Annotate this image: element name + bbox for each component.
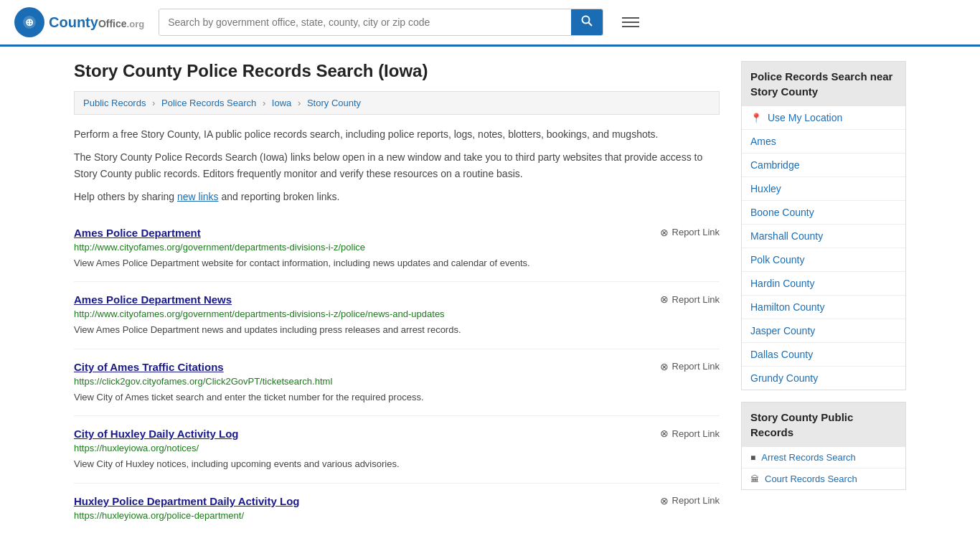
report-icon: ⊗: [660, 361, 669, 372]
breadcrumb: Public Records › Police Records Search ›…: [74, 91, 720, 115]
report-icon: ⊗: [660, 293, 669, 305]
county-link[interactable]: Hamilton County: [750, 301, 825, 313]
sidebar-county-hardin[interactable]: Hardin County: [742, 272, 905, 296]
sidebar-county-polk[interactable]: Polk County: [742, 248, 905, 272]
sidebar-county-jasper[interactable]: Jasper County: [742, 319, 905, 343]
city-link[interactable]: Ames: [750, 136, 776, 147]
result-desc: View Ames Police Department news and upd…: [74, 323, 720, 337]
report-link[interactable]: ⊗ Report Link: [660, 495, 720, 507]
report-link[interactable]: ⊗ Report Link: [660, 428, 720, 439]
hamburger-icon: [622, 22, 639, 23]
report-icon: ⊗: [660, 227, 669, 238]
result-title[interactable]: City of Huxley Daily Activity Log: [74, 428, 239, 440]
court-records-link[interactable]: Court Records Search: [765, 474, 857, 484]
sidebar-county-marshall[interactable]: Marshall County: [742, 225, 905, 248]
result-title[interactable]: Ames Police Department News: [74, 293, 232, 306]
results-list: Ames Police Department ⊗ Report Link htt…: [74, 215, 720, 536]
hamburger-icon: [622, 26, 639, 27]
location-icon: 📍: [750, 113, 762, 123]
result-item: City of Huxley Daily Activity Log ⊗ Repo…: [74, 416, 720, 484]
breadcrumb-iowa[interactable]: Iowa: [272, 98, 291, 108]
sidebar-city-ames[interactable]: Ames: [742, 130, 905, 154]
search-bar: [159, 9, 603, 36]
use-my-location-link[interactable]: Use My Location: [768, 112, 842, 123]
city-link[interactable]: Huxley: [750, 183, 781, 194]
description-para2: The Story County Police Records Search (…: [74, 149, 720, 182]
report-link[interactable]: ⊗ Report Link: [660, 227, 720, 238]
county-link[interactable]: Dallas County: [750, 349, 813, 360]
sidebar: Police Records Search near Story County …: [741, 61, 906, 536]
county-link[interactable]: Jasper County: [750, 325, 815, 336]
result-desc: View Ames Police Department website for …: [74, 256, 720, 270]
description-para3: Help others by sharing new links and rep…: [74, 189, 720, 204]
breadcrumb-police-records[interactable]: Police Records Search: [161, 98, 256, 108]
sidebar-city-huxley[interactable]: Huxley: [742, 177, 905, 201]
hamburger-icon: [622, 17, 639, 19]
menu-button[interactable]: [618, 13, 644, 32]
result-title[interactable]: Ames Police Department: [74, 227, 201, 239]
result-item: Ames Police Department ⊗ Report Link htt…: [74, 215, 720, 283]
report-icon: ⊗: [660, 428, 669, 439]
result-title[interactable]: City of Ames Traffic Citations: [74, 361, 224, 373]
page-title: Story County Police Records Search (Iowa…: [74, 61, 720, 81]
svg-text:⊕: ⊕: [25, 17, 34, 28]
county-link[interactable]: Grundy County: [750, 372, 818, 384]
sidebar-city-cambridge[interactable]: Cambridge: [742, 154, 905, 177]
result-title[interactable]: Huxley Police Department Daily Activity …: [74, 495, 300, 507]
report-link[interactable]: ⊗ Report Link: [660, 361, 720, 372]
result-url[interactable]: http://www.cityofames.org/government/dep…: [74, 309, 720, 319]
county-link[interactable]: Hardin County: [750, 278, 815, 289]
new-links[interactable]: new links: [177, 191, 219, 202]
result-url[interactable]: https://click2gov.cityofames.org/Click2G…: [74, 376, 720, 387]
result-desc: View City of Huxley notices, including u…: [74, 457, 720, 471]
sidebar-county-boone[interactable]: Boone County: [742, 201, 905, 225]
county-link[interactable]: Boone County: [750, 207, 814, 218]
result-url[interactable]: https://huxleyiowa.org/police-department…: [74, 510, 720, 521]
breadcrumb-story-county[interactable]: Story County: [307, 98, 361, 108]
sidebar-use-location[interactable]: 📍 Use My Location: [742, 106, 905, 130]
breadcrumb-sep: ›: [298, 98, 301, 108]
arrest-records-link[interactable]: Arrest Records Search: [761, 452, 856, 463]
logo-text: CountyOffice.org: [49, 14, 144, 31]
breadcrumb-public-records[interactable]: Public Records: [83, 98, 146, 108]
search-button[interactable]: [571, 9, 603, 35]
site-logo[interactable]: ⊕ CountyOffice.org: [14, 7, 144, 37]
breadcrumb-sep: ›: [152, 98, 155, 108]
description-section: Perform a free Story County, IA public p…: [74, 126, 720, 205]
sidebar-public-records-title: Story County Public Records: [742, 402, 905, 447]
sidebar-court-records[interactable]: 🏛 Court Records Search: [742, 468, 905, 489]
svg-point-3: [583, 17, 590, 24]
city-link[interactable]: Cambridge: [750, 159, 799, 171]
result-url[interactable]: https://huxleyiowa.org/notices/: [74, 443, 720, 453]
sidebar-county-hamilton[interactable]: Hamilton County: [742, 296, 905, 319]
arrest-records-icon: ■: [750, 453, 755, 463]
result-item: Huxley Police Department Daily Activity …: [74, 484, 720, 536]
sidebar-public-records-section: Story County Public Records ■ Arrest Rec…: [741, 402, 906, 490]
sidebar-nearby-section: Police Records Search near Story County …: [741, 61, 906, 390]
svg-line-4: [589, 23, 593, 27]
description-para1: Perform a free Story County, IA public p…: [74, 126, 720, 142]
sidebar-county-dallas[interactable]: Dallas County: [742, 343, 905, 367]
search-icon: [581, 15, 593, 27]
county-link[interactable]: Marshall County: [750, 230, 823, 242]
sidebar-county-grundy[interactable]: Grundy County: [742, 367, 905, 390]
breadcrumb-sep: ›: [263, 98, 265, 108]
logo-icon: ⊕: [14, 7, 44, 37]
county-link[interactable]: Polk County: [750, 254, 804, 265]
report-link[interactable]: ⊗ Report Link: [660, 293, 720, 305]
sidebar-nearby-title: Police Records Search near Story County: [742, 62, 905, 106]
result-url[interactable]: http://www.cityofames.org/government/dep…: [74, 242, 720, 253]
result-item: City of Ames Traffic Citations ⊗ Report …: [74, 349, 720, 417]
search-input[interactable]: [159, 9, 571, 35]
court-records-icon: 🏛: [750, 474, 759, 484]
report-icon: ⊗: [660, 495, 669, 507]
result-item: Ames Police Department News ⊗ Report Lin…: [74, 282, 720, 349]
result-desc: View City of Ames ticket search and ente…: [74, 390, 720, 405]
sidebar-arrest-records[interactable]: ■ Arrest Records Search: [742, 447, 905, 468]
